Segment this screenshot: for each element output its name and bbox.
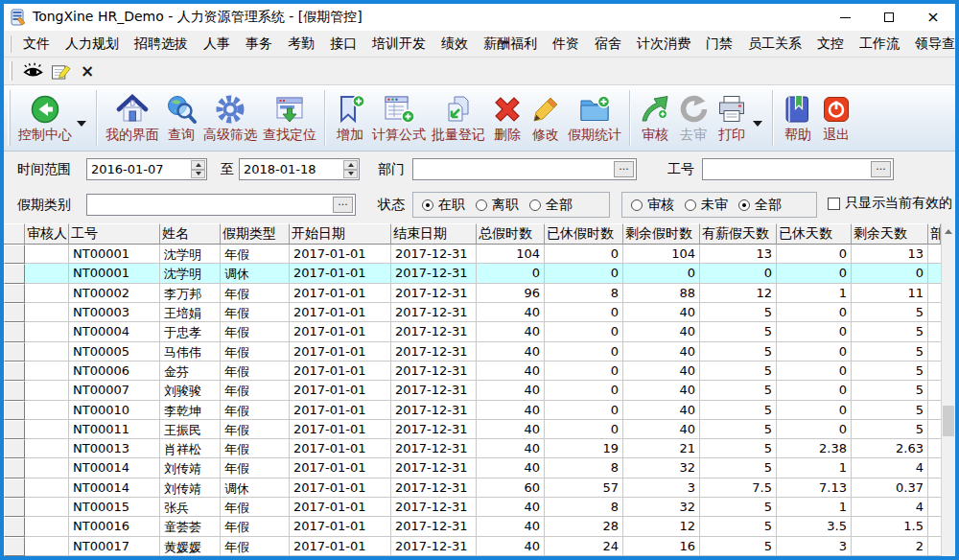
table-cell[interactable]: 5 (852, 342, 928, 362)
table-cell[interactable]: 2017-12-31 (391, 498, 477, 517)
radio-option[interactable]: 审核 (631, 197, 674, 214)
table-cell[interactable]: 0 (545, 420, 623, 439)
scroll-thumb[interactable] (943, 406, 954, 436)
minimize-button[interactable] (823, 4, 867, 31)
table-cell[interactable]: 年假 (221, 284, 290, 303)
table-cell[interactable]: 5 (700, 322, 777, 341)
table-row[interactable]: NT00016童荟荟年假2017-01-012017-12-3140281253… (4, 517, 941, 536)
menu-item[interactable]: 接口 (322, 33, 364, 56)
table-cell[interactable] (25, 284, 69, 303)
table-cell[interactable] (25, 517, 69, 536)
menu-item[interactable]: 绩效 (433, 33, 476, 56)
control-center-dropdown-caret[interactable] (77, 121, 86, 131)
table-cell[interactable]: 于忠孝 (160, 322, 221, 341)
table-cell[interactable]: 0 (545, 342, 623, 362)
table-cell[interactable]: 沈学明 (160, 264, 221, 283)
table-cell[interactable]: 0 (777, 362, 852, 381)
table-cell[interactable]: NT00002 (69, 284, 160, 303)
row-indicator[interactable] (4, 498, 25, 517)
table-cell[interactable]: 5 (852, 303, 928, 322)
radio-icon[interactable] (685, 199, 696, 211)
table-cell[interactable]: 2017-12-31 (391, 458, 477, 478)
table-cell[interactable]: 2017-12-31 (391, 342, 477, 362)
menu-item[interactable]: 薪酬福利 (476, 33, 545, 56)
toolbar-button-find-locate[interactable]: 查找定位 (260, 91, 319, 146)
table-cell[interactable]: NT00014 (69, 478, 160, 498)
spin-up-icon[interactable] (343, 160, 358, 170)
grid-header-remaining-hours[interactable]: 剩余假时数 (623, 223, 700, 245)
table-cell[interactable]: 刘传靖 (160, 478, 221, 498)
table-cell[interactable]: 2017-01-01 (290, 381, 391, 400)
grid-header-used-days[interactable]: 已休天数 (777, 223, 852, 245)
table-cell[interactable]: NT00003 (69, 303, 160, 322)
dept-field[interactable]: ... (412, 158, 637, 180)
table-cell[interactable]: 0 (777, 322, 852, 341)
table-row[interactable]: NT00015张兵年假2017-01-012017-12-3140832514 (4, 498, 941, 517)
radio-option[interactable]: 全部 (529, 197, 573, 214)
table-row[interactable]: NT00006金芬年假2017-01-012017-12-3140040505 (4, 362, 941, 381)
toolbar-button-audit[interactable]: 审核 (636, 91, 674, 146)
toolbar-button-modify[interactable]: 修改 (526, 91, 565, 146)
table-cell[interactable]: 40 (477, 362, 545, 381)
table-cell[interactable]: 2 (852, 537, 928, 556)
table-cell[interactable]: 2017-01-01 (290, 517, 391, 536)
table-cell[interactable]: 年假 (221, 245, 290, 264)
table-cell[interactable] (25, 420, 69, 439)
close-button[interactable]: × (911, 4, 955, 31)
table-cell[interactable]: NT00001 (69, 245, 160, 264)
row-indicator[interactable] (4, 245, 25, 264)
grid-header-paid-days[interactable]: 有薪假天数 (700, 223, 777, 245)
row-indicator[interactable] (4, 517, 25, 536)
table-cell[interactable]: 肖祥松 (160, 439, 221, 458)
toolbar-button-help[interactable]: 帮助 (779, 91, 817, 146)
table-cell[interactable] (25, 537, 69, 556)
date-from-field[interactable]: 2016-01-07 (86, 158, 207, 180)
table-cell[interactable]: 0 (777, 342, 852, 362)
toolbar-button-add[interactable]: 增加 (331, 91, 369, 146)
menu-item[interactable]: 领导查询 (907, 33, 959, 56)
table-cell[interactable]: 2017-12-31 (391, 420, 477, 439)
toolbar-button-batch-register[interactable]: 批量登记 (429, 91, 488, 146)
table-cell[interactable]: 5 (700, 381, 777, 400)
toolbar-button-delete[interactable]: 删除 (488, 91, 526, 146)
grid-header-partial[interactable]: 部 (928, 223, 941, 245)
table-cell[interactable]: 年假 (221, 362, 290, 381)
table-row[interactable]: NT00007刘骏骏年假2017-01-012017-12-3140040505 (4, 381, 941, 400)
table-cell[interactable]: 60 (477, 478, 545, 498)
table-cell[interactable]: 40 (623, 401, 700, 420)
table-cell[interactable]: 5 (700, 537, 777, 556)
table-cell[interactable] (25, 322, 69, 341)
table-cell[interactable]: 88 (623, 284, 700, 303)
table-cell[interactable] (25, 401, 69, 420)
table-cell[interactable]: 3.5 (777, 517, 852, 536)
table-cell[interactable]: 2017-01-01 (290, 342, 391, 362)
table-cell[interactable]: 0 (545, 245, 623, 264)
spin-down-icon[interactable] (191, 170, 205, 179)
checkbox-icon[interactable] (828, 198, 840, 210)
table-cell[interactable]: 2017-12-31 (391, 517, 477, 536)
table-cell[interactable]: 2017-12-31 (391, 381, 477, 400)
menu-item[interactable]: 人力规划 (58, 33, 127, 56)
table-cell[interactable]: 40 (623, 322, 700, 341)
table-cell[interactable]: 2017-01-01 (290, 420, 391, 439)
spin-down-icon[interactable] (343, 170, 358, 179)
table-cell[interactable]: 0 (852, 264, 928, 283)
table-cell[interactable]: NT00007 (69, 381, 160, 400)
grid-header-used-hours[interactable]: 已休假时数 (545, 223, 623, 245)
table-row[interactable]: NT00001沈学明年假2017-01-012017-12-3110401041… (4, 245, 941, 264)
valid-only-checkbox-row[interactable]: 只显示当前有效的 (828, 195, 955, 212)
table-cell[interactable]: 5 (700, 498, 777, 517)
table-cell[interactable]: 5 (852, 322, 928, 341)
menu-item[interactable]: 件资 (545, 33, 587, 56)
leave-type-field[interactable]: ... (86, 194, 356, 216)
table-cell[interactable]: 0 (545, 322, 623, 341)
menu-item[interactable]: 文控 (809, 33, 852, 56)
table-cell[interactable]: 5 (700, 517, 777, 536)
table-row[interactable]: NT00002李万邦年假2017-01-012017-12-3196888121… (4, 284, 941, 303)
table-row[interactable]: NT00011王振民年假2017-01-012017-12-3140040505 (4, 420, 941, 439)
table-cell[interactable]: 32 (623, 458, 700, 478)
table-cell[interactable]: NT00016 (69, 517, 160, 536)
menu-item[interactable]: 考勤 (280, 33, 322, 56)
table-cell[interactable] (25, 245, 69, 264)
table-cell[interactable]: 0 (777, 303, 852, 322)
